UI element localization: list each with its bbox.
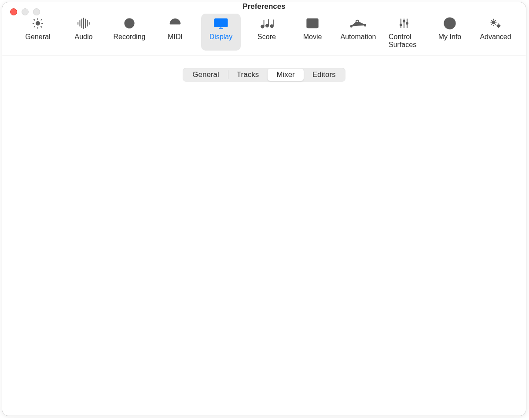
checkmark-icon xyxy=(110,115,117,121)
select-peak-hold-time[interactable]: 800 ms xyxy=(110,170,298,184)
subtab-label: Tracks xyxy=(237,70,259,79)
label-return-time: Return Time: xyxy=(34,193,105,201)
titlebar: Preferences xyxy=(2,2,526,11)
label-channel-order: Channel Order: xyxy=(34,213,105,222)
subtab-tracks[interactable]: Tracks xyxy=(228,69,268,81)
toolbar-item-label: General xyxy=(26,33,51,41)
section-divider xyxy=(34,144,494,145)
toolbar-item-label: Recording xyxy=(114,33,146,41)
minimize-button[interactable] xyxy=(22,8,29,15)
settings-panel: Plug-in Window Open plug-in window on in… xyxy=(16,74,512,405)
toolbar-item-general[interactable]: General xyxy=(18,14,58,51)
zoom-button[interactable] xyxy=(33,8,40,15)
svg-point-10 xyxy=(172,22,173,23)
toolbar-item-automation[interactable]: Automation xyxy=(338,14,378,51)
toolbar-item-label: Control Surfaces xyxy=(389,33,419,49)
svg-point-12 xyxy=(177,22,179,23)
toolbar-item-label: Movie xyxy=(303,33,322,41)
toolbar-item-label: Advanced xyxy=(480,33,511,41)
checkbox-row-show-recent-list: Show recent plug-in list in plug-in menu xyxy=(109,125,494,134)
checkbox-open-on-insertion[interactable] xyxy=(109,113,118,122)
svg-point-0 xyxy=(36,22,40,25)
svg-point-29 xyxy=(356,20,359,23)
toolbar-item-display[interactable]: Display xyxy=(201,14,241,51)
window-title: Preferences xyxy=(242,2,285,11)
select-value: IEC Type I (11.8 dB/s)—Recommended xyxy=(116,193,247,201)
svg-point-9 xyxy=(128,22,131,25)
row-return-time: Return Time: IEC Type I (11.8 dB/s)—Reco… xyxy=(34,190,494,204)
waveform-icon xyxy=(75,16,92,30)
svg-point-11 xyxy=(175,21,176,22)
svg-point-34 xyxy=(400,24,402,26)
checkbox-show-recent-list[interactable] xyxy=(109,125,118,134)
gear-icon xyxy=(29,16,47,30)
user-circle-icon xyxy=(441,16,459,30)
row-peak-hold-time: Peak Hold Time: 800 ms xyxy=(34,170,494,184)
preferences-toolbar: General Audio Recording MIDI Display xyxy=(2,11,526,55)
subtab-label: General xyxy=(192,70,219,79)
toolbar-item-control-surfaces[interactable]: Control Surfaces xyxy=(384,14,424,51)
subtab-label: Editors xyxy=(312,70,336,79)
automation-curve-icon xyxy=(349,16,367,30)
checkmark-icon xyxy=(110,126,117,132)
music-notes-icon xyxy=(258,16,276,30)
close-button[interactable] xyxy=(10,8,17,15)
svg-point-40 xyxy=(497,25,500,27)
window-controls xyxy=(10,8,40,15)
content-area: General Tracks Mixer Editors Plug-in Win… xyxy=(2,55,526,416)
row-channel-order: Channel Order: Clockwise (Ls L C R Rs LF… xyxy=(34,210,494,224)
preferences-window: Preferences General Audio Recording xyxy=(2,2,526,416)
film-icon xyxy=(304,16,321,30)
toolbar-item-score[interactable]: Score xyxy=(247,14,287,51)
midi-port-icon xyxy=(166,16,184,30)
subtab-editors[interactable]: Editors xyxy=(304,69,345,81)
record-icon xyxy=(121,16,138,30)
subtab-mixer[interactable]: Mixer xyxy=(268,69,304,81)
toolbar-item-label: Display xyxy=(209,33,232,41)
toolbar-item-movie[interactable]: Movie xyxy=(293,14,332,51)
toolbar-item-label: Score xyxy=(257,33,276,41)
subtab-label: Mixer xyxy=(276,70,295,79)
section-title-plugin-window: Plug-in Window xyxy=(34,97,494,106)
updown-stepper-icon xyxy=(287,171,297,183)
toolbar-item-my-info[interactable]: My Info xyxy=(430,14,470,51)
updown-stepper-icon xyxy=(287,212,297,223)
toolbar-item-label: My Info xyxy=(438,33,461,41)
svg-point-38 xyxy=(448,20,452,24)
double-gear-icon xyxy=(487,16,504,30)
display-icon xyxy=(212,16,230,30)
checkbox-label: Show recent plug-in list in plug-in menu xyxy=(122,125,253,134)
checkbox-row-open-on-insertion: Open plug-in window on insertion xyxy=(109,113,494,122)
toolbar-item-midi[interactable]: MIDI xyxy=(155,14,195,51)
toolbar-item-advanced[interactable]: Advanced xyxy=(476,14,515,51)
toolbar-item-label: Audio xyxy=(75,33,93,41)
toolbar-item-label: MIDI xyxy=(168,33,183,41)
subtab-general[interactable]: General xyxy=(184,69,228,81)
toolbar-item-recording[interactable]: Recording xyxy=(110,14,149,51)
toolbar-item-label: Automation xyxy=(341,33,376,41)
updown-stepper-icon xyxy=(287,191,297,203)
display-subtabs: General Tracks Mixer Editors xyxy=(183,68,345,82)
sliders-icon xyxy=(395,16,413,30)
checkbox-label: Open plug-in window on insertion xyxy=(122,113,233,122)
svg-point-36 xyxy=(406,22,408,25)
label-peak-hold-time: Peak Hold Time: xyxy=(34,172,105,181)
section-title-level-meters: Level Meters xyxy=(34,153,494,163)
svg-rect-13 xyxy=(214,19,227,27)
toolbar-item-audio[interactable]: Audio xyxy=(64,14,103,51)
select-value: 800 ms xyxy=(116,172,140,181)
select-return-time[interactable]: IEC Type I (11.8 dB/s)—Recommended xyxy=(110,190,298,204)
svg-point-35 xyxy=(403,20,405,22)
svg-point-39 xyxy=(492,21,495,24)
select-value: Clockwise (Ls L C R Rs LFE) xyxy=(116,213,212,222)
select-channel-order[interactable]: Clockwise (Ls L C R Rs LFE) xyxy=(110,210,298,224)
